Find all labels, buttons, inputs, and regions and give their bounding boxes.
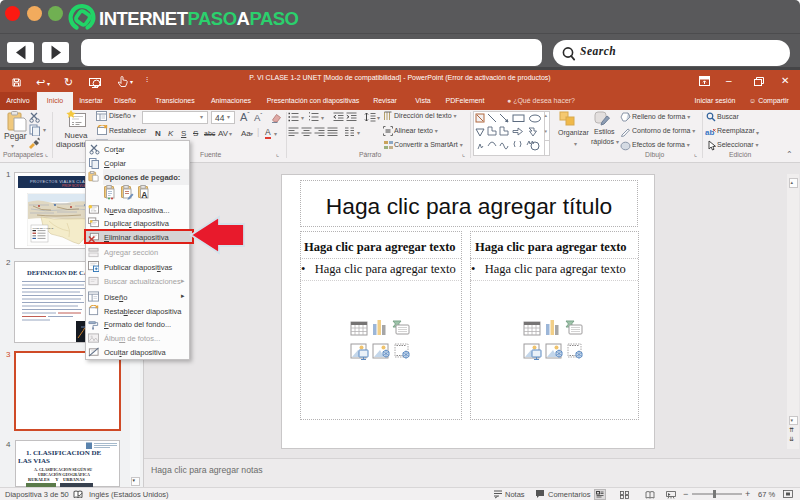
svg-text:A: A: [141, 190, 147, 200]
svg-text:TIPOS DE VIALIDAD: TIPOS DE VIALIDAD: [33, 227, 54, 229]
